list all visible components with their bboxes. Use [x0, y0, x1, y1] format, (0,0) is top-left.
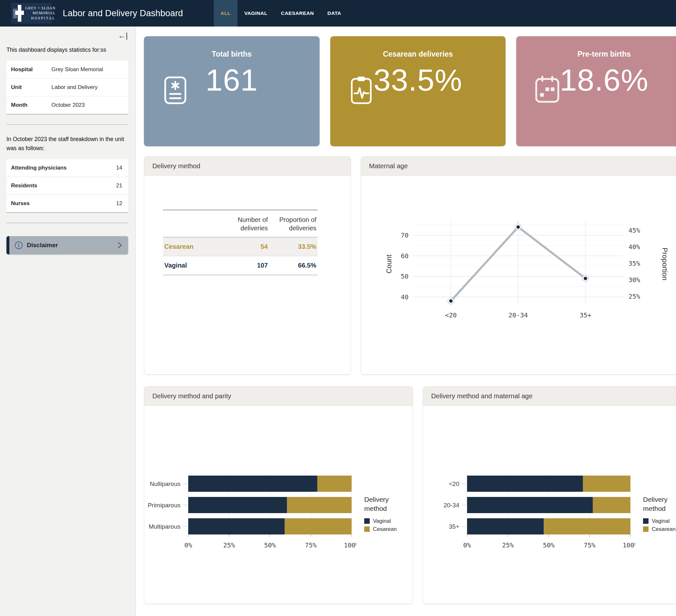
- table-row: Month October 2023: [6, 97, 128, 114]
- card-title: Delivery method and maternal age: [423, 387, 676, 406]
- sidebar-collapse-icon[interactable]: ←|: [118, 32, 128, 40]
- svg-text:20-34: 20-34: [443, 502, 459, 509]
- legend-label: Vaginal: [373, 518, 391, 524]
- cesarean-swatch: [643, 526, 649, 532]
- maternal-age-line-chart: 4050607025%30%35%40%45%<2020-3435+CountP…: [381, 218, 672, 326]
- delivery-method-body: Number of deliveries Proportion of deliv…: [144, 176, 351, 374]
- svg-text:25%: 25%: [223, 541, 235, 549]
- table-header-row: Number of deliveries Proportion of deliv…: [163, 210, 318, 237]
- value-box-row: Total births 161 Cesarean: [144, 36, 676, 146]
- svg-text:100%: 100%: [344, 541, 356, 549]
- tab-caesarean[interactable]: CAESAREAN: [274, 0, 321, 26]
- col-header-proportion: Proportion of deliveries: [269, 210, 318, 237]
- tab-all[interactable]: ALL: [214, 0, 237, 26]
- svg-text:25%: 25%: [628, 292, 640, 300]
- info-value: Grey Sloan Memorial: [51, 66, 103, 73]
- page-title: Labor and Delivery Dashboard: [63, 8, 183, 18]
- app-header: GREY + SLOAN MEMORIAL HOSPITAL Labor and…: [0, 0, 676, 26]
- staff-label: Attending physicians: [11, 165, 116, 171]
- svg-text:45%: 45%: [628, 226, 640, 234]
- sidebar-divider: [6, 223, 128, 223]
- file-medical-icon: [162, 76, 188, 105]
- legend-label: Cesarean: [652, 526, 676, 533]
- legend-item-cesarean: Cesarean: [643, 526, 676, 533]
- app-root: GREY + SLOAN MEMORIAL HOSPITAL Labor and…: [0, 0, 676, 616]
- svg-text:Nulliparous: Nulliparous: [150, 481, 180, 487]
- age-mix-body: <2020-3435+0%25%50%75%100% Delivery meth…: [423, 406, 676, 604]
- legend-title: Delivery method: [643, 495, 676, 513]
- staff-value: 21: [116, 182, 123, 189]
- legend-item-cesarean: Cesarean: [364, 526, 409, 533]
- svg-text:<20: <20: [449, 481, 459, 487]
- calendar-week-icon: [534, 76, 560, 104]
- tab-data[interactable]: DATA: [321, 0, 348, 26]
- svg-text:35%: 35%: [628, 260, 640, 267]
- sidebar-intro-text: This dashboard displays statistics for:s…: [6, 45, 126, 54]
- maternal-age-body: 4050607025%30%35%40%45%<2020-3435+CountP…: [361, 176, 676, 374]
- table-row-cesarean: Cesarean 54 33.5%: [163, 237, 318, 256]
- parity-card: Delivery method and parity NulliparousPr…: [144, 386, 413, 604]
- col-header-empty: [163, 210, 221, 237]
- logo-line1: GREY + SLOAN: [25, 6, 55, 11]
- table-row: Nurses 12: [6, 195, 128, 212]
- info-icon: [14, 241, 23, 249]
- svg-text:30%: 30%: [628, 276, 640, 284]
- cell-number: 107: [221, 256, 269, 275]
- card-title: Delivery method: [144, 157, 351, 176]
- svg-text:20-34: 20-34: [508, 311, 528, 319]
- vaginal-swatch: [643, 518, 649, 524]
- info-label: Unit: [11, 84, 51, 91]
- svg-text:75%: 75%: [584, 541, 596, 549]
- tab-vaginal[interactable]: VAGINAL: [237, 0, 274, 26]
- svg-text:40%: 40%: [628, 243, 640, 251]
- value-box-title: Total births: [212, 50, 252, 59]
- cell-number: 54: [221, 237, 269, 256]
- hospital-cross-icon: [13, 4, 24, 22]
- disclaimer-accordion[interactable]: Disclaimer: [6, 236, 128, 254]
- svg-text:50%: 50%: [543, 541, 554, 549]
- hospital-logo-text: GREY + SLOAN MEMORIAL HOSPITAL: [25, 6, 55, 21]
- legend-item-vaginal: Vaginal: [643, 518, 676, 524]
- delivery-method-legend: Delivery method Vaginal Cesarean: [364, 495, 409, 533]
- cell-proportion: 33.5%: [269, 237, 318, 256]
- svg-text:35+: 35+: [580, 311, 591, 319]
- chevron-right-icon: [116, 241, 123, 249]
- legend-label: Vaginal: [652, 518, 670, 524]
- svg-text:0%: 0%: [184, 541, 192, 549]
- value-box-preterm-births: Pre-term births 18.6%: [516, 36, 676, 146]
- staff-label: Nurses: [11, 200, 116, 207]
- table-row: Attending physicians 14: [6, 159, 128, 177]
- svg-text:Count: Count: [385, 255, 393, 274]
- clipboard-pulse-icon: [348, 76, 374, 105]
- parity-stacked-bar-chart: NulliparousPrimiparousMultiparous0%25%50…: [146, 472, 356, 555]
- svg-text:70: 70: [401, 231, 408, 239]
- logo-line2: MEMORIAL: [25, 11, 55, 15]
- card-title: Maternal age: [361, 157, 676, 176]
- svg-text:50%: 50%: [264, 541, 276, 549]
- value-box-title: Pre-term births: [577, 50, 631, 59]
- value-box-total-births: Total births 161: [144, 36, 320, 146]
- cell-proportion: 66.5%: [269, 256, 318, 275]
- svg-text:75%: 75%: [305, 541, 317, 549]
- delivery-method-card: Delivery method Number of deliveries Pro…: [144, 156, 351, 375]
- legend-item-vaginal: Vaginal: [364, 518, 409, 524]
- table-row: Unit Labor and Delivery: [6, 78, 128, 97]
- sidebar-divider: [6, 124, 128, 125]
- svg-text:100%: 100%: [623, 541, 635, 549]
- table-row: Hospital Grey Sloan Memorial: [6, 61, 128, 78]
- charts-row-1: Delivery method Number of deliveries Pro…: [144, 156, 676, 375]
- charts-row-2: Delivery method and parity NulliparousPr…: [144, 386, 676, 604]
- svg-text:Proportion: Proportion: [661, 247, 669, 280]
- col-header-number: Number of deliveries: [221, 210, 269, 237]
- value-box-value: 33.5%: [374, 63, 462, 97]
- staff-value: 12: [116, 200, 123, 207]
- hospital-logo: GREY + SLOAN MEMORIAL HOSPITAL: [11, 3, 52, 23]
- svg-text:35+: 35+: [449, 523, 459, 530]
- info-label: Hospital: [11, 66, 51, 73]
- staff-value: 14: [116, 165, 123, 171]
- delivery-method-table: Number of deliveries Proportion of deliv…: [163, 210, 318, 275]
- svg-text:Primiparous: Primiparous: [148, 502, 180, 509]
- svg-text:0%: 0%: [463, 541, 471, 549]
- value-box-value: 161: [206, 63, 258, 97]
- card-title: Delivery method and parity: [144, 387, 413, 406]
